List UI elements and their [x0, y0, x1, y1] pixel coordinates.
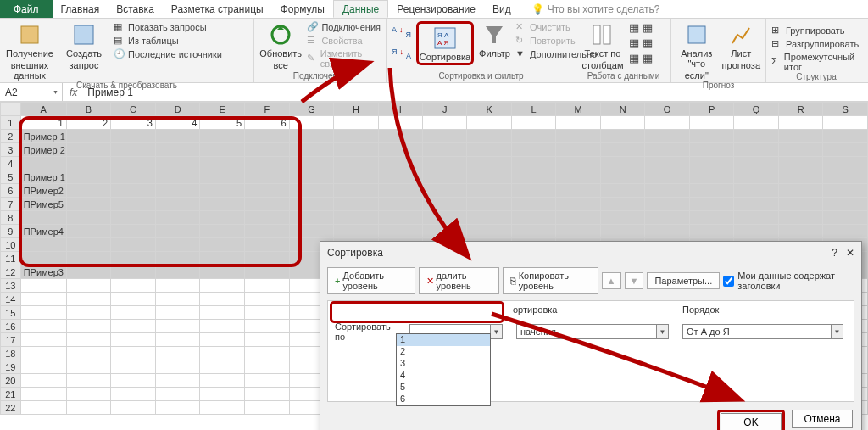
cell[interactable]	[467, 170, 511, 184]
cell[interactable]: ПРимер2	[20, 184, 66, 198]
cell[interactable]	[245, 360, 290, 374]
cell[interactable]	[556, 157, 601, 170]
cell[interactable]	[289, 130, 334, 143]
cell[interactable]	[689, 225, 733, 238]
cell[interactable]	[200, 157, 245, 170]
cell[interactable]: Пример 1	[20, 170, 66, 184]
cell[interactable]	[66, 184, 111, 198]
cell[interactable]	[511, 184, 555, 198]
sorton-combo[interactable]: начения▼	[516, 324, 669, 339]
cell[interactable]	[155, 347, 200, 360]
cell[interactable]	[734, 198, 779, 211]
cell[interactable]	[734, 157, 779, 170]
cell[interactable]	[378, 211, 422, 225]
cell[interactable]	[200, 347, 245, 360]
dropdown-option[interactable]: 6	[397, 394, 490, 405]
cell[interactable]	[511, 225, 555, 238]
cell[interactable]	[778, 130, 823, 143]
cell[interactable]	[778, 157, 823, 170]
cell[interactable]	[689, 130, 733, 143]
cell[interactable]	[778, 198, 823, 211]
cell[interactable]	[111, 225, 156, 238]
cell[interactable]	[556, 116, 601, 130]
cell[interactable]	[66, 252, 111, 265]
cell[interactable]	[778, 225, 823, 238]
cell[interactable]	[155, 184, 200, 198]
cell[interactable]	[734, 143, 779, 157]
cell[interactable]	[511, 143, 555, 157]
cell[interactable]	[378, 157, 422, 170]
cell[interactable]	[645, 184, 690, 198]
column-header[interactable]: P	[689, 103, 733, 116]
cell[interactable]	[155, 279, 200, 293]
cell[interactable]	[66, 157, 111, 170]
cell[interactable]	[511, 130, 555, 143]
cell[interactable]	[823, 143, 868, 157]
cell[interactable]	[111, 130, 156, 143]
cell[interactable]	[600, 225, 645, 238]
cell[interactable]	[778, 170, 823, 184]
cell[interactable]	[155, 293, 200, 306]
tab-home[interactable]: Главная	[53, 0, 108, 18]
cell[interactable]	[334, 157, 379, 170]
column-header[interactable]: L	[511, 103, 555, 116]
cell[interactable]	[200, 252, 245, 265]
cell[interactable]	[689, 184, 733, 198]
column-header[interactable]: Q	[734, 103, 779, 116]
add-level-button[interactable]: +Добавить уровень	[327, 267, 415, 294]
delete-level-button[interactable]: ✕далить уровень	[419, 267, 499, 294]
cell[interactable]	[823, 198, 868, 211]
row-header[interactable]: 15	[1, 306, 21, 320]
cell[interactable]	[111, 170, 156, 184]
show-queries[interactable]: ▦Показать запросы	[114, 21, 222, 33]
cell[interactable]	[66, 401, 111, 415]
cell[interactable]	[111, 293, 156, 306]
from-table[interactable]: ▤Из таблицы	[114, 35, 222, 47]
cell[interactable]	[66, 198, 111, 211]
cell[interactable]	[245, 238, 290, 252]
cell[interactable]	[111, 265, 156, 279]
cell[interactable]	[467, 184, 511, 198]
cell[interactable]	[200, 374, 245, 388]
cell[interactable]	[245, 252, 290, 265]
cell[interactable]	[645, 211, 690, 225]
cell[interactable]	[111, 320, 156, 333]
cell[interactable]	[200, 279, 245, 293]
cell[interactable]	[20, 293, 66, 306]
sort-za[interactable]: Я↓А	[392, 43, 411, 62]
cell[interactable]	[245, 143, 290, 157]
cell[interactable]	[20, 333, 66, 347]
cell[interactable]	[556, 170, 601, 184]
cell[interactable]	[778, 116, 823, 130]
dropdown-option[interactable]: 4	[397, 370, 490, 382]
column-header[interactable]: G	[289, 103, 334, 116]
cell[interactable]	[245, 320, 290, 333]
cell[interactable]	[511, 170, 555, 184]
cell[interactable]	[200, 170, 245, 184]
cell[interactable]: 2	[66, 116, 111, 130]
cell[interactable]	[600, 157, 645, 170]
cell[interactable]	[467, 143, 511, 157]
cell[interactable]: 5	[200, 116, 245, 130]
cell[interactable]	[334, 130, 379, 143]
cell[interactable]	[66, 170, 111, 184]
cell[interactable]	[66, 306, 111, 320]
cell[interactable]	[334, 211, 379, 225]
cell[interactable]	[511, 116, 555, 130]
cell[interactable]	[155, 265, 200, 279]
cell[interactable]	[200, 143, 245, 157]
row-header[interactable]: 4	[1, 157, 21, 170]
sort-button[interactable]: Я АА Я Сортировка	[421, 25, 469, 62]
cell[interactable]	[155, 170, 200, 184]
cell[interactable]	[378, 198, 422, 211]
cell[interactable]: 3	[111, 116, 156, 130]
flash-fill[interactable]: ▦ ▦	[629, 21, 653, 34]
row-header[interactable]: 13	[1, 279, 21, 293]
cell[interactable]	[155, 130, 200, 143]
cell[interactable]	[778, 211, 823, 225]
cell[interactable]	[378, 116, 422, 130]
text-to-columns[interactable]: Текст по столбцам	[581, 21, 624, 70]
cell[interactable]	[645, 130, 690, 143]
cell[interactable]	[378, 143, 422, 157]
cell[interactable]	[467, 211, 511, 225]
